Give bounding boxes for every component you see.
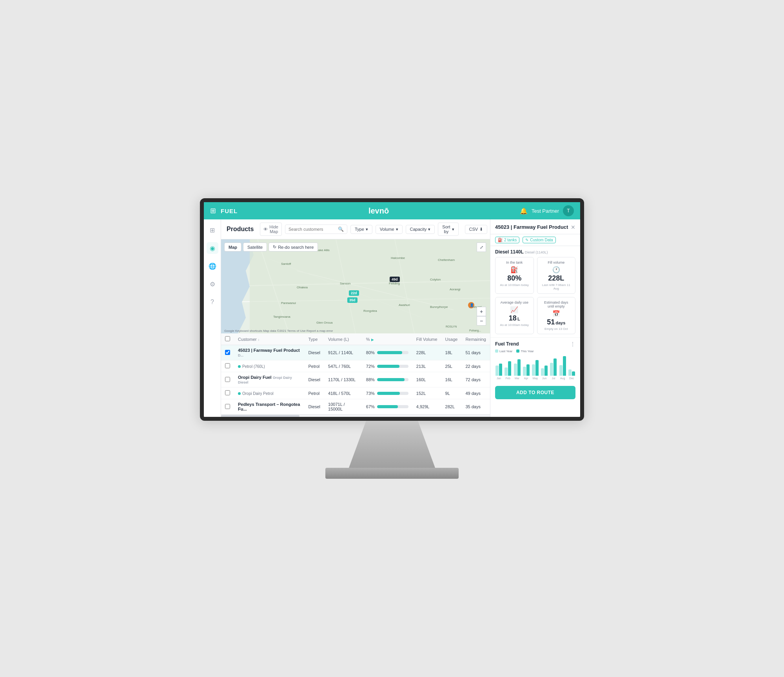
table-row[interactable]: Oropi Dairy Fuel Oropi Dairy Diesel Dies… xyxy=(221,372,490,387)
bar-last-year xyxy=(559,365,563,376)
customers-table: Customer ↕ Type Volume (L) % ▶ Fill Volu… xyxy=(221,333,490,415)
zoom-out-button[interactable]: − xyxy=(477,316,486,326)
row-checkbox[interactable] xyxy=(225,404,230,409)
search-input[interactable] xyxy=(289,227,336,232)
map-marker-35d[interactable]: 35d xyxy=(347,297,358,303)
bar-group: Jan xyxy=(495,364,503,380)
row-checkbox[interactable] xyxy=(225,390,230,395)
row-checkbox[interactable] xyxy=(225,350,230,355)
bar-this-year xyxy=(554,358,557,376)
user-label: Test Partner xyxy=(532,208,559,214)
bar-group: Apr xyxy=(523,364,530,380)
bar-group: May xyxy=(532,360,539,380)
sidebar-settings-icon[interactable]: ⚙ xyxy=(207,278,218,290)
tank-section: Diesel 1140L Diesel (1140L) In the tank … xyxy=(490,246,580,338)
type-filter-button[interactable]: Type ▾ xyxy=(350,225,372,234)
svg-text:Aorangi: Aorangi xyxy=(450,288,461,291)
horizontal-scrollbar[interactable] xyxy=(221,415,490,417)
col-type: Type xyxy=(305,333,325,345)
sidebar-map-icon[interactable]: ◉ xyxy=(207,242,218,254)
bar-this-year xyxy=(517,359,521,376)
map-marker-49d[interactable]: 49d xyxy=(390,277,400,282)
redo-search-button[interactable]: ↻ Re-do search here xyxy=(269,243,318,252)
clock-icon: 🕐 xyxy=(541,266,572,273)
capacity-filter-button[interactable]: Capacity ▾ xyxy=(406,225,435,234)
sidebar-globe-icon[interactable]: 🌐 xyxy=(207,260,218,272)
bar-this-year xyxy=(526,364,530,376)
bar-last-year xyxy=(505,367,508,376)
table-section: Customer ↕ Type Volume (L) % ▶ Fill Volu… xyxy=(221,333,490,417)
app-title: FUEL xyxy=(221,208,238,214)
calendar-icon: 📅 xyxy=(541,310,572,317)
volume-filter-button[interactable]: Volume ▾ xyxy=(376,225,403,234)
grid-icon[interactable]: ⊞ xyxy=(210,206,216,215)
sidebar-grid-icon[interactable]: ⊞ xyxy=(207,224,218,236)
estimated-days-metric: Estimated days until empty 📅 51 days Emp… xyxy=(537,297,576,334)
svg-text:Sanson: Sanson xyxy=(340,282,350,285)
chevron-down-icon: ▾ xyxy=(396,227,398,232)
map-tab-satellite[interactable]: Satellite xyxy=(243,243,267,252)
select-all-checkbox[interactable] xyxy=(225,336,230,341)
fullscreen-button[interactable]: ⤢ xyxy=(477,243,486,252)
download-icon: ⬇ xyxy=(479,227,483,232)
sortby-filter-button[interactable]: Sort by ▾ xyxy=(438,223,458,236)
tanks-tag[interactable]: ⛽ 2 tanks xyxy=(495,237,519,243)
page-title: Products xyxy=(227,226,254,233)
this-year-legend-dot xyxy=(516,349,519,353)
right-panel: 45023 | Farmway Fuel Product ✕ ⛽ 2 tanks… xyxy=(490,219,580,417)
last-year-legend-dot xyxy=(495,349,498,353)
svg-text:ROSLYN: ROSLYN xyxy=(446,325,457,328)
svg-text:Pohang...: Pohang... xyxy=(469,329,481,332)
in-tank-metric: In the tank ⛽ 80% As at 10:00am today xyxy=(495,257,534,294)
bar-group: Dec xyxy=(568,369,575,380)
bar-last-year xyxy=(550,363,553,376)
app-logo: levnō xyxy=(242,206,515,215)
hide-map-button[interactable]: 👁 Hide Map xyxy=(260,223,282,236)
add-to-route-button[interactable]: ADD TO ROUTE xyxy=(495,386,575,399)
sidebar-help-icon[interactable]: ? xyxy=(207,296,218,308)
panel-close-button[interactable]: ✕ xyxy=(571,224,575,230)
svg-text:Feilding: Feilding xyxy=(389,282,400,285)
svg-text:Awahuri: Awahuri xyxy=(399,303,410,307)
bar-group: Aug xyxy=(559,356,566,380)
bar-group: Jun xyxy=(541,366,548,380)
notification-bell-icon[interactable]: 🔔 xyxy=(520,207,528,215)
nav-right: 🔔 Test Partner T xyxy=(520,205,574,216)
custom-data-tag[interactable]: ✎ Custom Data xyxy=(523,237,555,243)
zoom-in-button[interactable]: + xyxy=(477,307,486,316)
csv-export-button[interactable]: CSV ⬇ xyxy=(465,225,488,234)
svg-text:Cheltenham: Cheltenham xyxy=(438,258,455,262)
sidebar: ⊞ ◉ 🌐 ⚙ ? xyxy=(204,219,221,417)
graph-icon: 📈 xyxy=(499,306,530,313)
svg-text:Lake Allis: Lake Allis xyxy=(316,248,330,252)
bar-group: Jul xyxy=(550,358,557,380)
avg-usage-metric: Average daily use 📈 18 L As at 10:00am t… xyxy=(495,297,534,334)
col-customer: Customer ↕ xyxy=(234,333,305,345)
svg-text:Rongotea: Rongotea xyxy=(363,309,377,313)
bar-last-year xyxy=(523,367,526,376)
eye-icon: 👁 xyxy=(263,227,268,232)
svg-text:Bunnythorpe: Bunnythorpe xyxy=(430,305,448,309)
table-row[interactable]: Oropi Dairy Petrol Petrol 418L / 570L 73… xyxy=(221,387,490,399)
map-zoom-controls: + − xyxy=(477,307,486,326)
col-remaining: Remaining xyxy=(461,333,490,345)
trend-more-button[interactable]: ⋮ xyxy=(570,341,575,347)
map-marker-22d[interactable]: 22d xyxy=(349,290,359,296)
table-row[interactable]: Petrol (760L) Petrol 547L / 760L 72% xyxy=(221,360,490,372)
panel-tags: ⛽ 2 tanks ✎ Custom Data xyxy=(490,234,580,246)
row-checkbox[interactable] xyxy=(225,363,230,368)
map-tab-map[interactable]: Map xyxy=(224,243,241,252)
edit-icon: ✎ xyxy=(525,238,528,242)
redo-icon: ↻ xyxy=(273,244,276,250)
svg-text:Colyton: Colyton xyxy=(430,278,441,281)
svg-rect-8 xyxy=(250,239,490,333)
row-checkbox[interactable] xyxy=(225,377,230,382)
col-volume: Volume (L) xyxy=(324,333,362,345)
avatar[interactable]: T xyxy=(563,205,574,216)
tank-icon: ⛽ xyxy=(498,238,503,242)
trend-header: Fuel Trend ⋮ xyxy=(495,341,575,347)
search-icon: 🔍 xyxy=(338,226,344,232)
table-row[interactable]: 45023 | Farmway Fuel Product D... Diesel… xyxy=(221,345,490,360)
table-row[interactable]: Pedleys Transport – Rongotea Fu... Diese… xyxy=(221,399,490,415)
bar-chart: JanFebMarAprMayJunJulAugDec xyxy=(495,356,575,380)
